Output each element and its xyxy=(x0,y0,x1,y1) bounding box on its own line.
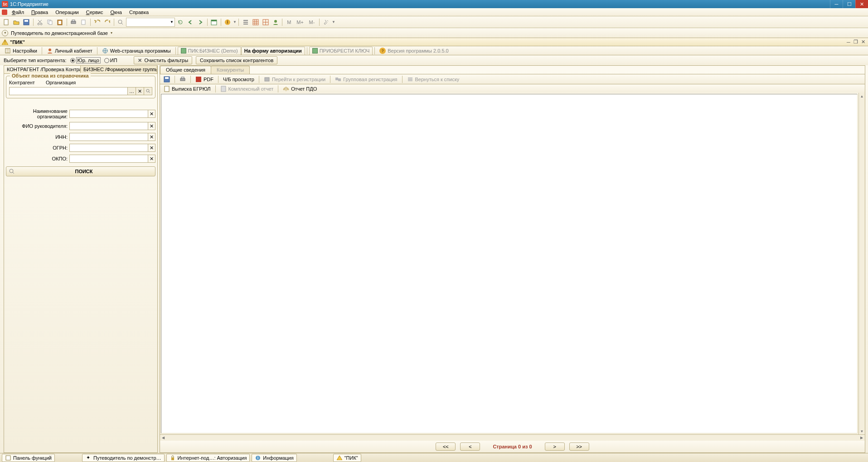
fio-input[interactable] xyxy=(69,122,148,130)
inn-input[interactable] xyxy=(69,133,148,141)
scroll-right-icon[interactable]: ▶ xyxy=(858,435,865,441)
grid2-icon[interactable] xyxy=(261,18,270,27)
app-icon: 1c xyxy=(2,1,8,7)
save-list-button[interactable]: Сохранить список контрагентов xyxy=(196,56,277,64)
clear-input-button[interactable]: ✕ xyxy=(148,110,155,118)
nav-back-icon[interactable] xyxy=(186,18,195,27)
list-icon[interactable] xyxy=(241,18,250,27)
status-internet[interactable]: Интернет-под…: Авторизация xyxy=(166,454,250,462)
okpo-input[interactable] xyxy=(69,155,148,163)
tab-buykey[interactable]: ПРИОБРЕСТИ КЛЮЧ xyxy=(309,47,373,55)
nav-fwd-icon[interactable] xyxy=(196,18,205,27)
maximize-button[interactable]: ☐ xyxy=(843,0,855,8)
clear-filters-button[interactable]: ✕Очистить фильтры xyxy=(134,56,193,64)
bw-preview-button[interactable]: Ч/Б просмотр xyxy=(221,77,256,82)
paste-icon[interactable] xyxy=(55,18,64,27)
page-prev-button[interactable]: < xyxy=(460,443,480,451)
menu-service[interactable]: Сервис xyxy=(83,10,106,15)
egrul-button[interactable]: Выписка ЕГРЮЛ xyxy=(162,86,213,92)
calendar-icon[interactable] xyxy=(209,18,218,27)
radio-organization[interactable]: Организация xyxy=(46,80,76,85)
print-icon[interactable] xyxy=(178,76,188,83)
clear-input-button[interactable]: ✕ xyxy=(148,133,155,141)
m-minus-icon[interactable]: M- xyxy=(306,18,317,27)
question-icon[interactable]: ? xyxy=(379,48,386,54)
radio-yur[interactable]: Юр. лицо xyxy=(70,57,101,63)
ogrn-input[interactable] xyxy=(69,144,148,152)
vertical-scrollbar[interactable]: ▲ ▼ xyxy=(858,93,865,434)
radio-ip[interactable]: ИП xyxy=(104,58,117,63)
group-registration-button[interactable]: Групповая регистрация xyxy=(333,76,399,83)
right-tab-competitors[interactable]: Конкуренты xyxy=(211,66,250,74)
pdo-report-button[interactable]: Отчет ПДО xyxy=(281,86,319,92)
info-icon[interactable]: i xyxy=(223,18,232,27)
pdf-button[interactable]: PDF xyxy=(194,76,215,83)
print-icon[interactable] xyxy=(69,18,78,27)
org-name-input[interactable] xyxy=(69,110,148,118)
scroll-down-icon[interactable]: ▼ xyxy=(859,428,865,434)
status-panel-functions[interactable]: Панель функций xyxy=(2,454,55,462)
status-info[interactable]: iИнформация xyxy=(252,454,296,462)
back-to-list-button[interactable]: Вернуться к списку xyxy=(405,76,461,83)
page-next-button[interactable]: > xyxy=(545,443,565,451)
left-tab-counterparty[interactable]: КОНТРАГЕНТ /Проверка Контраг… xyxy=(4,66,81,73)
tab-authform[interactable]: На форму авторизации xyxy=(241,47,305,55)
pdf-label: PDF xyxy=(204,77,213,82)
undo-icon[interactable] xyxy=(92,18,102,27)
lookup-input[interactable] xyxy=(9,87,128,95)
cut-icon[interactable] xyxy=(35,18,44,27)
save-disk-icon[interactable] xyxy=(162,76,172,83)
minimize-button[interactable]: ─ xyxy=(830,0,843,8)
tab-settings[interactable]: Настройки xyxy=(2,47,40,55)
complex-report-button[interactable]: Комплексный отчет xyxy=(218,86,276,92)
right-tab-general[interactable]: Общие сведения xyxy=(160,66,211,74)
tab-pik-business[interactable]: ПИК:БИЗНЕС (Demo) xyxy=(178,47,241,55)
refresh-icon[interactable] xyxy=(176,18,185,27)
close-button[interactable]: ✕ xyxy=(855,0,868,8)
child-minimize-button[interactable]: ─ xyxy=(845,39,852,45)
guide-dropdown[interactable]: ▾ xyxy=(111,31,112,35)
menu-help[interactable]: Справка xyxy=(126,10,151,15)
scroll-left-icon[interactable]: ◀ xyxy=(160,435,166,441)
print-preview-icon[interactable] xyxy=(79,18,88,27)
clear-input-button[interactable]: ✕ xyxy=(148,122,155,130)
tab-webpage[interactable]: Web-страница программы xyxy=(99,47,174,55)
copy-icon[interactable] xyxy=(45,18,54,27)
redo-icon[interactable] xyxy=(102,18,112,27)
open-icon[interactable] xyxy=(12,18,21,27)
lookup-clear-button[interactable]: ✕ xyxy=(136,87,144,95)
m-icon[interactable]: M xyxy=(285,18,294,27)
clear-input-button[interactable]: ✕ xyxy=(148,155,155,163)
guide-label[interactable]: Путеводитель по демонстрационной базе xyxy=(11,30,108,36)
grid1-icon[interactable] xyxy=(251,18,260,27)
menu-edit[interactable]: Правка xyxy=(29,10,51,15)
page-last-button[interactable]: >> xyxy=(569,443,589,451)
search-icon[interactable] xyxy=(116,18,125,27)
new-doc-icon[interactable] xyxy=(2,18,11,27)
child-restore-button[interactable]: ❐ xyxy=(853,39,859,45)
m-plus-icon[interactable]: M+ xyxy=(295,18,305,27)
clear-input-button[interactable]: ✕ xyxy=(148,144,155,152)
menu-windows[interactable]: Окна xyxy=(107,10,125,15)
status-guide[interactable]: ✦Путеводитель по демонстр… xyxy=(82,454,165,462)
scroll-up-icon[interactable]: ▲ xyxy=(859,93,865,99)
filter-row: Выберите тип контрагента: Юр. лицо ИП ✕О… xyxy=(0,55,868,65)
search-button[interactable]: ПОИСК xyxy=(6,166,155,176)
save-icon[interactable] xyxy=(22,18,31,27)
compass-icon[interactable]: ✦ xyxy=(2,30,8,36)
radio-counterparty[interactable]: Контрагент xyxy=(9,80,35,85)
status-pik[interactable]: "ПИК" xyxy=(333,454,361,462)
left-tab-business[interactable]: БИЗНЕС /Формирование группы … xyxy=(81,66,157,73)
tab-cabinet[interactable]: Личный кабинет xyxy=(44,47,95,55)
menu-file[interactable]: Файл xyxy=(9,10,27,15)
horizontal-scrollbar[interactable]: ◀ ▶ xyxy=(160,434,865,441)
goto-registration-button[interactable]: Перейти к регистрации xyxy=(262,76,327,83)
tool-icon[interactable] xyxy=(322,18,331,27)
search-combo[interactable]: ▼ xyxy=(126,18,175,27)
lookup-ellipsis-button[interactable]: … xyxy=(128,87,136,95)
lookup-search-button[interactable] xyxy=(144,87,152,95)
page-first-button[interactable]: << xyxy=(436,443,456,451)
menu-operations[interactable]: Операции xyxy=(53,10,81,15)
child-close-button[interactable]: ✕ xyxy=(860,39,866,45)
user-icon[interactable] xyxy=(271,18,280,27)
